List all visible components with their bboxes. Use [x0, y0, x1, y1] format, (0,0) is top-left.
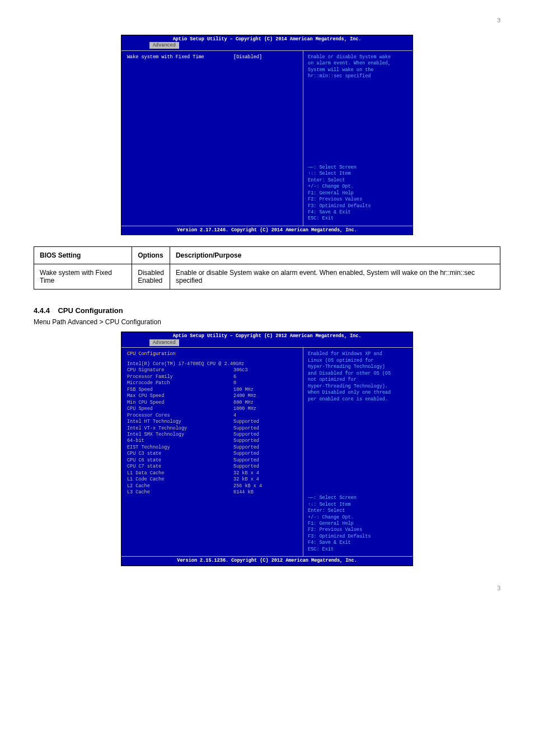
bios1-help-text: Enable or disable System wake on alarm e… — [308, 54, 408, 80]
bios2-tab: Advanced — [121, 340, 413, 347]
opt-h1: BIOS Setting — [34, 247, 132, 264]
opt-h2: Options — [132, 247, 170, 264]
section-sub: Menu Path Advanced > CPU Configuration — [34, 318, 500, 326]
bios1-left-pane: Wake system with Fixed Time[Disabled] — [121, 51, 303, 226]
section-heading: 4.4.4 CPU Configuration — [34, 306, 500, 315]
bios1-tab: Advanced — [121, 43, 413, 50]
bios1-title: Aptio Setup Utility – Copyright (C) 2014… — [121, 35, 413, 43]
bios-screenshot-2: Aptio Setup Utility – Copyright (C) 2012… — [121, 332, 413, 566]
opt-r1c3: Enable or disable System wake on alarm e… — [170, 264, 500, 290]
opt-h3: Description/Purpose — [170, 247, 500, 264]
bios1-key-help: →←: Select Screen ↑↓: Select Item Enter:… — [308, 165, 408, 222]
options-table: BIOS Setting Options Description/Purpose… — [34, 246, 500, 290]
bios1-right-pane: Enable or disable System wake on alarm e… — [303, 51, 413, 226]
bios2-key-help: →←: Select Screen ↑↓: Select Item Enter:… — [308, 495, 408, 553]
bios2-left-pane: CPU ConfigurationIntel(R) Core(TM) i7-47… — [121, 348, 303, 556]
bios-screenshot-1: Aptio Setup Utility – Copyright (C) 2014… — [121, 35, 413, 235]
page-header-right: 3 — [34, 17, 500, 24]
page-footer: 3 — [497, 585, 500, 591]
bios1-footer: Version 2.17.1246. Copyright (C) 2014 Am… — [121, 226, 413, 235]
opt-r1c2: Disabled Enabled — [132, 264, 170, 290]
bios2-help-text: Enabled for Windows XP and Linux (OS opt… — [308, 351, 408, 403]
bios2-right-pane: Enabled for Windows XP and Linux (OS opt… — [303, 348, 413, 556]
opt-r1c1: Wake system with Fixed Time — [34, 264, 132, 290]
bios2-title: Aptio Setup Utility – Copyright (C) 2012… — [121, 332, 413, 339]
bios2-footer: Version 2.15.1236. Copyright (C) 2012 Am… — [121, 556, 413, 565]
